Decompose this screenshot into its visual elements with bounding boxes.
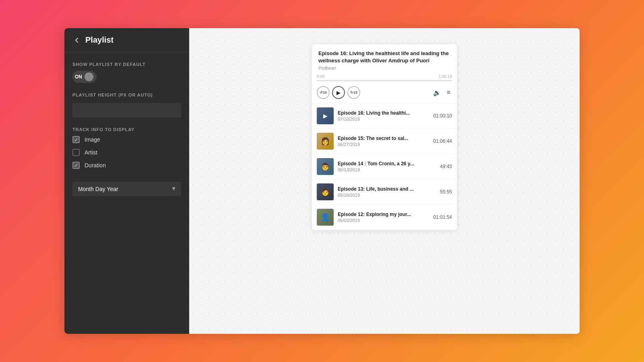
height-label: PLAYLIST HEIGHT (PX OR AUTO): [72, 93, 181, 97]
item-date-ep14: 06/13/2019: [338, 167, 437, 172]
total-time: 1:00:10: [439, 74, 452, 79]
toggle-row: ON: [72, 71, 181, 83]
item-date-ep13: 05/16/2019: [338, 193, 437, 197]
list-item[interactable]: ▶ Episode 16: Living the healthi... 07/1…: [312, 103, 457, 129]
list-item[interactable]: 👤 Episode 12: Exploring my jour... 05/02…: [312, 205, 457, 230]
progress-row: 0:00 1:00:10: [312, 74, 457, 81]
now-playing-section: Episode 16: Living the healthiest life a…: [312, 44, 457, 74]
toggle-circle: [85, 72, 93, 81]
episode-title: Episode 16: Living the healthiest life a…: [318, 50, 450, 64]
item-date-ep12: 05/02/2019: [338, 218, 430, 223]
item-date-ep15: 06/27/2019: [338, 142, 430, 147]
thumb-person-ep12: 👤: [317, 209, 334, 226]
playlist-list: ▶ Episode 16: Living the healthi... 07/1…: [312, 103, 457, 230]
show-playlist-toggle[interactable]: ON: [72, 71, 97, 83]
item-duration-ep12: 01:01:54: [433, 214, 452, 220]
thumbnail-ep16: ▶: [317, 107, 334, 124]
thumb-person-ep15: 👩: [317, 133, 334, 150]
thumb-person-ep13: 🧑: [317, 183, 334, 200]
time-labels: 0:00 1:00:10: [317, 74, 452, 79]
player-widget: Episode 16: Living the healthiest life a…: [312, 44, 457, 230]
thumbnail-ep13: 🧑: [317, 183, 334, 200]
item-info-ep15: Episode 15: The secret to sal... 06/27/2…: [338, 136, 430, 147]
item-info-ep16: Episode 16: Living the healthi... 07/10/…: [338, 110, 430, 121]
sidebar: Playlist SHOW PLAYLIST BY DEFAULT ON PLA…: [64, 28, 189, 334]
sidebar-header: Playlist: [64, 28, 189, 52]
checkbox-artist-box: [72, 149, 80, 156]
toggle-on-text: ON: [75, 74, 82, 80]
item-duration-ep15: 01:06:44: [433, 138, 452, 144]
thumbnail-ep15: 👩: [317, 133, 334, 150]
thumbnail-ep12: 👤: [317, 209, 334, 226]
item-title-ep13: Episode 13: Life, business and ...: [338, 186, 437, 192]
back-button[interactable]: [72, 36, 81, 45]
play-icon: ▶: [336, 90, 341, 96]
volume-icon: 🔉: [433, 89, 441, 97]
list-item[interactable]: 👩 Episode 15: The secret to sal... 06/27…: [312, 129, 457, 154]
list-item[interactable]: 👨 Episode 14 : Tom Cronin, a 26 y... 06/…: [312, 154, 457, 179]
item-title-ep12: Episode 12: Exploring my jour...: [338, 212, 430, 217]
item-duration-ep16: 01:00:10: [433, 113, 452, 119]
checkbox-duration-label: Duration: [85, 162, 106, 169]
checkbox-duration[interactable]: ✓ Duration: [72, 162, 181, 169]
checkbox-image-box: ✓: [72, 136, 80, 143]
checkmark-duration: ✓: [74, 163, 78, 168]
preview-panel: Episode 16: Living the healthiest life a…: [189, 28, 580, 334]
date-format-section: Month Day Year Day Month Year Year Month…: [72, 180, 181, 196]
item-info-ep12: Episode 12: Exploring my jour... 05/02/2…: [338, 212, 430, 223]
thumbnail-ep14: 👨: [317, 158, 334, 175]
podcast-name: Podbean: [318, 66, 450, 70]
play-pause-button[interactable]: ▶: [332, 86, 345, 99]
track-info-section: TRACK INFO TO DISPLAY ✓ Image Artist ✓ D…: [72, 127, 181, 169]
volume-button[interactable]: 🔉: [431, 87, 443, 98]
item-date-ep16: 07/10/2019: [338, 117, 430, 121]
list-item[interactable]: 🧑 Episode 13: Life, business and ... 05/…: [312, 179, 457, 205]
checkbox-image-label: Image: [85, 136, 100, 143]
item-title-ep16: Episode 16: Living the healthi...: [338, 110, 430, 116]
progress-bar[interactable]: [317, 80, 452, 81]
list-icon: ≡: [447, 89, 450, 96]
checkbox-artist-label: Artist: [85, 149, 97, 156]
page-title: Playlist: [85, 35, 114, 45]
item-duration-ep14: 49:43: [440, 164, 452, 169]
skip-back-icon: ↺15: [320, 90, 327, 95]
playlist-toggle-button[interactable]: ≡: [445, 87, 452, 98]
checkbox-duration-box: ✓: [72, 162, 80, 169]
date-format-dropdown[interactable]: Month Day Year Day Month Year Year Month…: [72, 182, 181, 196]
play-overlay-ep16: ▶: [317, 107, 334, 124]
current-time: 0:00: [317, 74, 324, 79]
item-duration-ep13: 55:55: [440, 189, 452, 195]
skip-back-button[interactable]: ↺15: [317, 86, 330, 99]
checkmark-image: ✓: [74, 137, 78, 142]
checkbox-image[interactable]: ✓ Image: [72, 136, 181, 143]
height-input[interactable]: 280: [72, 103, 181, 117]
checkbox-artist[interactable]: Artist: [72, 149, 181, 156]
item-info-ep14: Episode 14 : Tom Cronin, a 26 y... 06/13…: [338, 161, 437, 172]
track-info-label: TRACK INFO TO DISPLAY: [72, 127, 181, 132]
skip-forward-icon: ↻15: [350, 90, 357, 95]
main-container: Playlist SHOW PLAYLIST BY DEFAULT ON PLA…: [64, 28, 580, 334]
controls-row: ↺15 ▶ ↻15 🔉 ≡: [312, 84, 457, 103]
skip-forward-button[interactable]: ↻15: [347, 86, 360, 99]
show-playlist-label: SHOW PLAYLIST BY DEFAULT: [72, 62, 181, 67]
item-title-ep14: Episode 14 : Tom Cronin, a 26 y...: [338, 161, 437, 167]
show-playlist-section: SHOW PLAYLIST BY DEFAULT ON: [72, 62, 181, 83]
thumb-person-ep14: 👨: [317, 158, 334, 175]
sidebar-body: SHOW PLAYLIST BY DEFAULT ON PLAYLIST HEI…: [64, 52, 189, 334]
item-info-ep13: Episode 13: Life, business and ... 05/16…: [338, 186, 437, 197]
playlist-height-section: PLAYLIST HEIGHT (PX OR AUTO) 280: [72, 93, 181, 117]
item-title-ep15: Episode 15: The secret to sal...: [338, 136, 430, 141]
